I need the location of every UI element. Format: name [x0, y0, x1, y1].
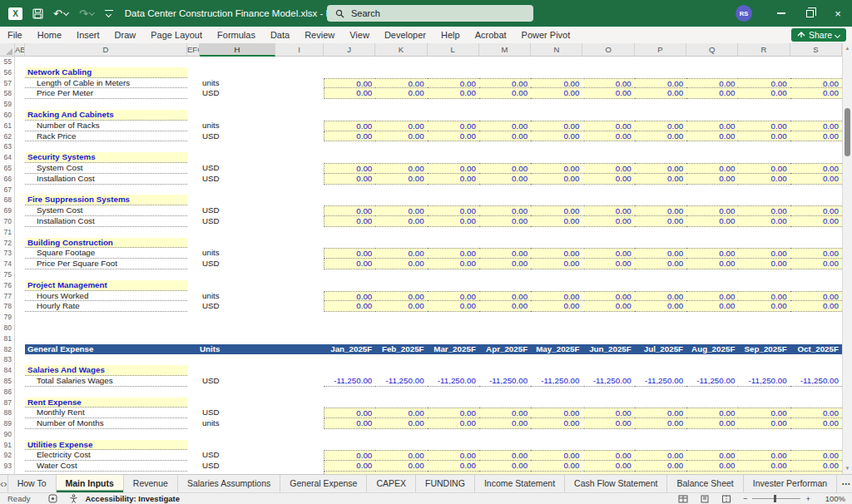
ribbon-tab-home[interactable]: Home — [30, 27, 69, 43]
ribbon-tab-help[interactable]: Help — [433, 27, 468, 43]
page-layout-view-button[interactable] — [700, 495, 710, 503]
value-cell[interactable]: 0.00 — [324, 131, 375, 142]
value-cell[interactable]: 0.00 — [686, 461, 738, 472]
tab-overflow-indicator[interactable]: ••• — [837, 475, 852, 492]
ribbon-tab-file[interactable]: File — [0, 27, 30, 43]
sheet-tab-salaries-assumptions[interactable]: Salaries Assumptions — [178, 475, 280, 492]
value-cell[interactable]: -11,250.00 — [324, 376, 375, 387]
column-header-o[interactable]: O — [583, 43, 635, 57]
redo-chevron-icon[interactable] — [90, 11, 95, 16]
value-cell[interactable]: 0.00 — [583, 259, 635, 269]
value-cell[interactable]: 0.00 — [635, 78, 686, 89]
value-cell[interactable]: 0.00 — [324, 461, 375, 472]
row-number[interactable]: 59 — [0, 99, 15, 110]
value-cell[interactable]: 0.00 — [790, 450, 842, 461]
sheet-tab-balance-sheet[interactable]: Balance Sheet — [667, 475, 743, 492]
value-cell[interactable]: 0.00 — [635, 418, 686, 429]
section-header-cell[interactable]: Building Construction — [25, 238, 187, 249]
value-cell[interactable]: 0.00 — [531, 450, 582, 461]
section-header-cell[interactable]: Security Systems — [25, 152, 187, 163]
value-cell[interactable]: 0.00 — [583, 301, 635, 312]
row-number[interactable]: 88 — [0, 408, 15, 418]
label-cell[interactable]: Hours Worked — [25, 291, 187, 302]
label-cell[interactable]: Number of Months — [25, 418, 187, 429]
column-header-abc[interactable]: ABC — [15, 43, 25, 57]
ribbon-tab-power-pivot[interactable]: Power Pivot — [514, 27, 578, 43]
value-cell[interactable]: 0.00 — [790, 131, 842, 142]
value-cell[interactable]: 0.00 — [479, 450, 531, 461]
value-cell[interactable]: 0.00 — [531, 418, 582, 429]
share-button[interactable]: Share — [791, 28, 846, 42]
value-cell[interactable]: 0.00 — [686, 301, 738, 312]
value-cell[interactable]: 0.00 — [790, 78, 842, 89]
value-cell[interactable]: 0.00 — [479, 163, 531, 174]
value-cell[interactable]: 0.00 — [738, 418, 790, 429]
value-cell[interactable]: 0.00 — [686, 131, 738, 142]
value-cell[interactable]: 0.00 — [375, 408, 427, 418]
sheet-tab-how-to[interactable]: How To — [7, 475, 57, 492]
value-cell[interactable]: 0.00 — [531, 291, 582, 302]
value-cell[interactable]: 0.00 — [324, 163, 375, 174]
label-cell[interactable]: Electricity Cost — [25, 450, 187, 461]
value-cell[interactable]: -11,250.00 — [790, 376, 842, 387]
value-cell[interactable]: 0.00 — [479, 78, 531, 89]
value-cell[interactable]: 0.00 — [790, 461, 842, 472]
value-cell[interactable]: 0.00 — [375, 205, 427, 216]
value-cell[interactable]: 0.00 — [790, 88, 842, 99]
column-header-p[interactable]: P — [635, 43, 686, 57]
label-cell[interactable]: Square Footage — [25, 248, 187, 259]
column-header-h[interactable]: H — [200, 43, 275, 57]
section-header-cell[interactable]: Fire Suppression Systems — [25, 195, 187, 205]
value-cell[interactable]: 0.00 — [428, 216, 479, 227]
row-number[interactable]: 71 — [0, 227, 15, 238]
section-header-cell[interactable]: Salaries And Wages — [25, 365, 187, 376]
unit-cell[interactable]: USD — [200, 174, 275, 185]
value-cell[interactable]: 0.00 — [324, 205, 375, 216]
value-cell[interactable]: 0.00 — [324, 121, 375, 131]
value-cell[interactable]: 0.00 — [324, 248, 375, 259]
value-cell[interactable]: 0.00 — [428, 163, 479, 174]
row-number[interactable]: 84 — [0, 365, 15, 376]
row-number[interactable]: 87 — [0, 398, 15, 408]
label-cell[interactable]: System Cost — [25, 205, 187, 216]
value-cell[interactable]: 0.00 — [738, 291, 790, 302]
column-header-n[interactable]: N — [531, 43, 582, 57]
value-cell[interactable]: 0.00 — [531, 216, 582, 227]
unit-cell[interactable]: USD — [200, 376, 275, 387]
value-cell[interactable]: 0.00 — [375, 259, 427, 269]
value-cell[interactable]: 0.00 — [479, 121, 531, 131]
value-cell[interactable]: 0.00 — [375, 301, 427, 312]
value-cell[interactable]: 0.00 — [686, 163, 738, 174]
accessibility-status[interactable]: Accessibility: Investigate — [85, 494, 180, 503]
value-cell[interactable]: 0.00 — [738, 205, 790, 216]
zoom-in-button[interactable]: + — [805, 494, 810, 503]
row-number[interactable]: 78 — [0, 301, 15, 312]
row-number[interactable]: 86 — [0, 387, 15, 398]
value-cell[interactable]: 0.00 — [428, 121, 479, 131]
value-cell[interactable]: 0.00 — [738, 408, 790, 418]
row-number[interactable]: 77 — [0, 291, 15, 302]
section-header-cell[interactable]: Project Management — [25, 280, 187, 291]
row-number[interactable]: 82 — [0, 344, 15, 355]
value-cell[interactable]: 0.00 — [428, 248, 479, 259]
value-cell[interactable]: 0.00 — [531, 78, 582, 89]
value-cell[interactable]: 0.00 — [738, 131, 790, 142]
value-cell[interactable]: 0.00 — [375, 174, 427, 185]
value-cell[interactable]: 0.00 — [738, 78, 790, 89]
value-cell[interactable]: 0.00 — [583, 88, 635, 99]
row-number[interactable]: 56 — [0, 67, 15, 78]
value-cell[interactable]: 0.00 — [790, 291, 842, 302]
value-cell[interactable]: 0.00 — [324, 259, 375, 269]
zoom-out-button[interactable]: − — [743, 494, 748, 503]
value-cell[interactable]: 0.00 — [686, 408, 738, 418]
column-header-r[interactable]: R — [738, 43, 790, 57]
column-header-k[interactable]: K — [375, 43, 427, 57]
value-cell[interactable]: 0.00 — [635, 301, 686, 312]
value-cell[interactable]: 0.00 — [635, 291, 686, 302]
value-cell[interactable]: 0.00 — [531, 163, 582, 174]
row-number[interactable]: 83 — [0, 354, 15, 365]
value-cell[interactable]: 0.00 — [583, 121, 635, 131]
value-cell[interactable]: 0.00 — [531, 461, 582, 472]
row-number[interactable]: 55 — [0, 57, 15, 67]
value-cell[interactable]: 0.00 — [531, 248, 582, 259]
